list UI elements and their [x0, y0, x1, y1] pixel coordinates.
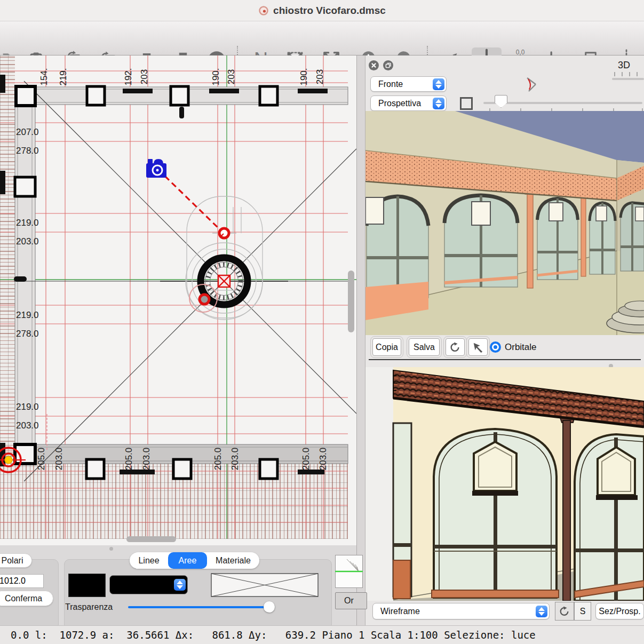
arched-window	[575, 434, 644, 601]
arched-window	[432, 429, 559, 598]
refresh-icon	[559, 606, 570, 617]
camera-sight-line	[165, 176, 221, 230]
panel-divider-line	[369, 359, 641, 360]
main-toolbar: N 0,0 0,0	[0, 21, 644, 55]
square-mode-icon[interactable]	[460, 97, 473, 110]
dim-label: 190.	[299, 68, 309, 85]
dim-label: 203.0	[318, 448, 329, 471]
inspector-panel: Polari Conferma Linee Aree Materiale Tra…	[0, 545, 356, 625]
projection-dropdown[interactable]: Prospettiva	[370, 96, 447, 111]
polari-tab[interactable]: Polari	[0, 553, 32, 568]
dim-label: 278.0	[16, 146, 39, 156]
dim-label: 219.0	[16, 218, 39, 228]
style-tabs: Linee Aree Materiale	[130, 552, 259, 569]
or-button[interactable]: Or	[335, 592, 367, 609]
s-button[interactable]: S	[574, 602, 591, 621]
view-dropdown[interactable]: Fronte	[370, 76, 447, 92]
chevron-updown-icon	[174, 579, 186, 591]
dim-label: 154.	[39, 68, 50, 85]
pattern-dropdown[interactable]	[109, 575, 188, 594]
trasparenza-slider-thumb[interactable]	[264, 601, 275, 613]
camera-target[interactable]	[219, 228, 229, 238]
dim-label: 219.0	[16, 310, 39, 321]
render-mode-value: Wireframe	[380, 607, 420, 616]
fill-color-swatch[interactable]	[68, 574, 106, 597]
target-center-marker[interactable]	[218, 275, 230, 287]
cursor-arrow-icon	[472, 341, 484, 353]
dim-label: 219.0	[16, 402, 39, 412]
select-arrow-button[interactable]	[468, 338, 488, 356]
dim-label: 190.	[211, 68, 221, 85]
right-3d-panel: 3D Fronte Prospettiva	[365, 55, 644, 625]
projection-dropdown-value: Prospettiva	[378, 99, 421, 108]
tab-materiale[interactable]: Materiale	[207, 552, 259, 569]
mini-slider[interactable]	[612, 70, 644, 82]
trasparenza-label: Trasparenza	[65, 602, 113, 612]
dim-label: 205.0	[36, 448, 47, 471]
salva-button[interactable]: Salva	[409, 338, 440, 356]
status-text: 0.0 l: 1072.9 a: 36.5661 Δx: 861.8 Δy: 6…	[0, 629, 536, 641]
chevron-updown-icon	[433, 98, 444, 109]
dim-label: 203	[139, 69, 150, 84]
document-icon	[258, 5, 269, 16]
app-window: chiostro Vicofaro.dmsc N	[0, 0, 644, 644]
dim-label: 203.0	[54, 448, 65, 471]
dim-label: 203.0	[141, 448, 152, 471]
dim-label: 192.	[123, 68, 134, 85]
area-preview	[211, 573, 319, 597]
trasparenza-slider[interactable]	[128, 606, 276, 608]
window-title: chiostro Vicofaro.dmsc	[273, 5, 386, 17]
conferma-button[interactable]: Conferma	[0, 591, 53, 606]
dim-label: 203.0	[230, 448, 241, 471]
horizontal-scrollbar[interactable]	[126, 536, 176, 542]
orbitale-label: Orbitale	[505, 342, 537, 353]
chevron-updown-icon	[536, 606, 547, 617]
render-viewport-elevation[interactable]	[365, 367, 644, 601]
chevron-updown-icon	[433, 78, 444, 90]
zoom-slider-thumb[interactable]	[495, 95, 507, 108]
windows-stack-icon[interactable]	[383, 60, 393, 70]
refresh-icon	[449, 341, 461, 353]
dim-label: 203	[315, 69, 325, 84]
plan-canvas[interactable]: 154. 219. 192. 203 190. 203 190. 203 207…	[0, 55, 356, 545]
close-icon[interactable]	[369, 60, 379, 70]
tab-linee[interactable]: Linee	[130, 552, 168, 569]
refresh-button[interactable]	[446, 338, 465, 356]
dim-label: 205.0	[301, 448, 312, 471]
dim-label: 278.0	[16, 329, 39, 339]
tab-aree[interactable]: Aree	[168, 552, 207, 569]
dim-label: 203.0	[16, 420, 39, 431]
dim-label: 203	[226, 69, 237, 84]
drag-dot[interactable]	[109, 547, 113, 551]
refresh-render-button[interactable]	[555, 602, 574, 621]
orbitale-radio[interactable]	[490, 341, 501, 353]
view-angle-icon[interactable]	[523, 76, 539, 93]
plan-drawing	[0, 55, 356, 545]
render-mode-dropdown[interactable]: Wireframe	[372, 603, 550, 619]
light-preview	[335, 555, 363, 588]
vertical-scrollbar[interactable]	[348, 271, 354, 332]
polar-value-input[interactable]	[0, 574, 44, 588]
camera-icon[interactable]	[146, 159, 166, 178]
dim-label: 207.0	[16, 127, 39, 138]
title-bar: chiostro Vicofaro.dmsc	[0, 0, 644, 21]
wall-openings	[0, 75, 328, 474]
render-viewport-perspective[interactable]	[365, 111, 644, 335]
panel-divider-vertical[interactable]	[356, 55, 365, 625]
status-bar: 0.0 l: 1072.9 a: 36.5661 Δx: 861.8 Δy: 6…	[0, 625, 644, 644]
dim-label: 205.0	[124, 448, 134, 471]
view-dropdown-value: Fronte	[378, 79, 403, 89]
dim-label: 219.	[58, 68, 69, 85]
panel-3d-title: 3D	[618, 60, 630, 71]
dim-label: 205.0	[213, 448, 224, 471]
sez-prosp-button[interactable]: Sez/Prosp.	[595, 603, 644, 619]
dim-label: 203.0	[16, 236, 39, 247]
copia-button[interactable]: Copia	[372, 338, 401, 356]
light-handle[interactable]	[200, 295, 209, 304]
